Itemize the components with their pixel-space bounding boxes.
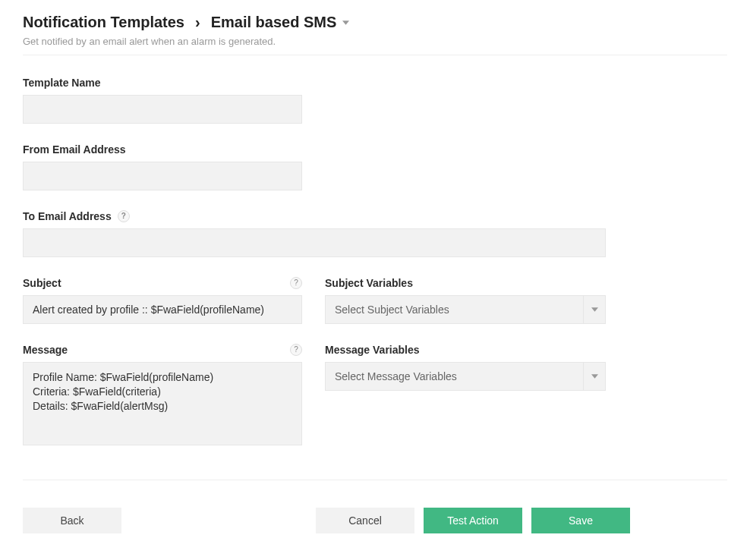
subject-input[interactable]: [23, 295, 302, 324]
back-button[interactable]: Back: [23, 508, 121, 533]
message-variables-select[interactable]: Select Message Variables: [325, 362, 606, 391]
breadcrumb-current-label: Email based SMS: [211, 14, 337, 31]
label-message-variables: Message Variables: [325, 344, 606, 356]
svg-marker-2: [591, 374, 598, 378]
to-email-input[interactable]: [23, 228, 606, 257]
label-from-email: From Email Address: [23, 143, 727, 156]
breadcrumb-root[interactable]: Notification Templates: [23, 14, 184, 31]
chevron-right-icon: ›: [195, 14, 200, 31]
page-subtitle: Get notified by an email alert when an a…: [23, 36, 727, 47]
help-icon[interactable]: ?: [290, 277, 302, 289]
svg-marker-1: [591, 307, 598, 311]
save-button[interactable]: Save: [531, 508, 630, 533]
footer-divider: [23, 480, 727, 480]
breadcrumb-current-dropdown[interactable]: Email based SMS: [211, 14, 350, 31]
label-subject-variables: Subject Variables: [325, 277, 606, 289]
label-to-email: To Email Address: [23, 210, 112, 222]
subject-variables-select[interactable]: Select Subject Variables: [325, 295, 606, 324]
breadcrumb: Notification Templates › Email based SMS: [23, 14, 727, 31]
label-subject: Subject: [23, 277, 61, 289]
help-icon[interactable]: ?: [290, 344, 302, 356]
template-name-input[interactable]: [23, 95, 302, 124]
label-template-name: Template Name: [23, 77, 727, 89]
message-variables-placeholder: Select Message Variables: [325, 362, 583, 391]
message-textarea[interactable]: [23, 362, 302, 445]
help-icon[interactable]: ?: [118, 210, 130, 222]
label-message: Message: [23, 344, 68, 356]
caret-down-icon: [342, 20, 349, 25]
caret-down-icon: [583, 362, 606, 391]
subject-variables-placeholder: Select Subject Variables: [325, 295, 583, 324]
cancel-button[interactable]: Cancel: [316, 508, 414, 533]
svg-marker-0: [342, 20, 349, 24]
test-action-button[interactable]: Test Action: [424, 508, 522, 533]
from-email-input[interactable]: [23, 162, 302, 190]
caret-down-icon: [583, 295, 606, 324]
header-divider: [23, 55, 727, 55]
